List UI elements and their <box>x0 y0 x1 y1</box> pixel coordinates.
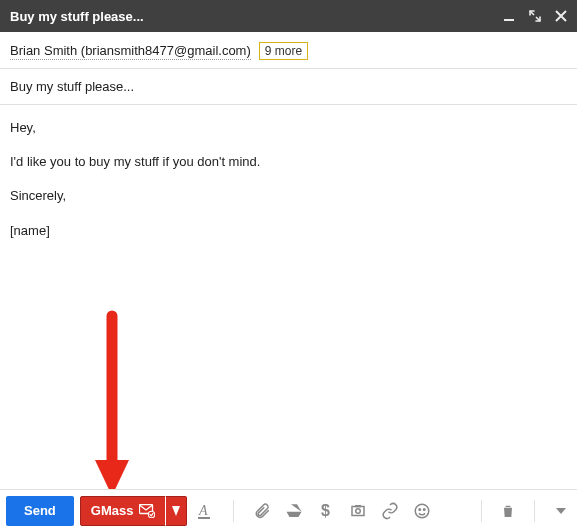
insert-emoji-icon[interactable] <box>412 501 432 521</box>
toolbar-divider <box>534 500 535 522</box>
format-text-icon[interactable]: A <box>195 501 215 521</box>
formatting-toolbar: A $ <box>195 500 432 522</box>
body-signature: [name] <box>10 222 567 240</box>
money-icon[interactable]: $ <box>316 501 336 521</box>
body-greeting: Hey, <box>10 119 567 137</box>
close-icon[interactable] <box>555 10 567 22</box>
compose-body[interactable]: Hey, I'd like you to buy my stuff if you… <box>0 105 577 505</box>
attach-file-icon[interactable] <box>252 501 272 521</box>
minimize-icon[interactable] <box>503 10 515 22</box>
gmass-dropdown-button[interactable] <box>165 496 187 526</box>
gmass-button[interactable]: GMass <box>80 496 167 526</box>
send-button[interactable]: Send <box>6 496 74 526</box>
toolbar-divider <box>233 500 234 522</box>
svg-marker-5 <box>172 506 180 516</box>
svg-rect-7 <box>198 517 210 519</box>
drive-icon[interactable] <box>284 501 304 521</box>
window-controls <box>503 10 567 22</box>
window-title: Buy my stuff please... <box>10 9 144 24</box>
recipients-more-badge[interactable]: 9 more <box>259 42 308 60</box>
svg-text:A: A <box>198 503 208 518</box>
svg-point-13 <box>424 508 426 510</box>
svg-marker-14 <box>556 508 566 514</box>
discard-draft-icon[interactable] <box>498 501 518 521</box>
recipient-chip[interactable]: Brian Smith (briansmith8477@gmail.com) <box>10 43 251 60</box>
svg-rect-10 <box>355 505 361 507</box>
svg-point-12 <box>419 508 421 510</box>
recipients-row[interactable]: Brian Smith (briansmith8477@gmail.com) 9… <box>0 32 577 69</box>
svg-text:$: $ <box>321 502 330 519</box>
subject-field[interactable]: Buy my stuff please... <box>0 69 577 105</box>
gmass-envelope-icon <box>139 504 155 518</box>
body-line: I'd like you to buy my stuff if you don'… <box>10 153 567 171</box>
compose-titlebar: Buy my stuff please... <box>0 0 577 32</box>
subject-text: Buy my stuff please... <box>10 79 134 94</box>
svg-rect-0 <box>504 19 514 21</box>
compose-toolbar: Send GMass A $ <box>0 489 577 531</box>
more-options-icon[interactable] <box>551 501 571 521</box>
body-closing: Sincerely, <box>10 187 567 205</box>
toolbar-divider <box>481 500 482 522</box>
chevron-down-icon <box>172 506 180 516</box>
svg-point-11 <box>416 504 430 518</box>
insert-photo-icon[interactable] <box>348 501 368 521</box>
insert-link-icon[interactable] <box>380 501 400 521</box>
toolbar-right <box>475 500 571 522</box>
expand-icon[interactable] <box>529 10 541 22</box>
gmass-button-label: GMass <box>91 503 134 518</box>
svg-point-9 <box>356 508 361 513</box>
